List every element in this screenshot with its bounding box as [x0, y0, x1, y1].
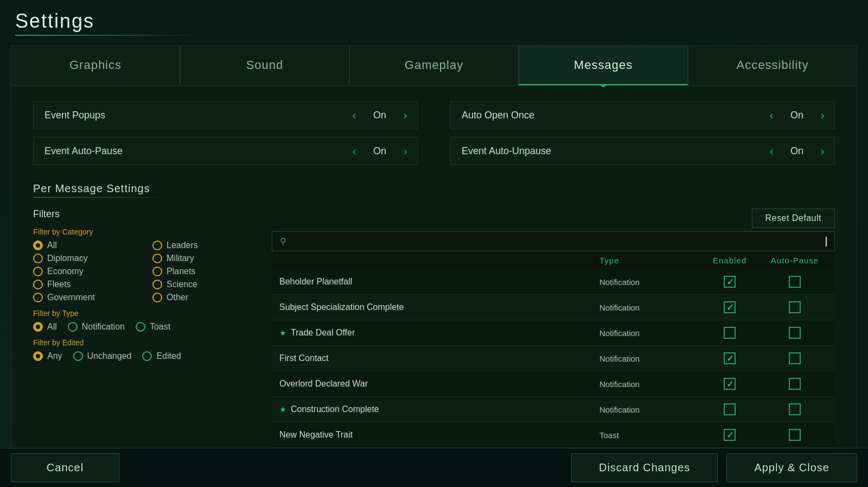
filter-cat-economy[interactable]: Economy	[33, 267, 142, 276]
row-enabled-checkbox-4[interactable]	[724, 378, 736, 390]
table-scroll: Beholder PlanetfallNotificationSubject S…	[272, 269, 835, 448]
filter-edited-any-label: Any	[47, 351, 62, 361]
auto-open-once-prev[interactable]: ‹	[760, 102, 783, 129]
row-autopause-cell-2	[762, 327, 827, 339]
row-autopause-checkbox-2[interactable]	[789, 327, 801, 339]
table-header: Type Enabled Auto-Pause	[272, 251, 835, 269]
row-enabled-checkbox-0[interactable]	[724, 276, 736, 288]
tab-graphics[interactable]: Graphics	[11, 46, 180, 85]
event-auto-unpause-label: Event Auto-Unpause	[451, 138, 760, 165]
tab-accessibility[interactable]: Accessibility	[688, 46, 857, 85]
search-input[interactable]	[291, 237, 825, 246]
tab-gameplay[interactable]: Gameplay	[349, 46, 519, 85]
auto-open-once-label: Auto Open Once	[451, 102, 760, 129]
filter-type-toast[interactable]: Toast	[136, 322, 170, 332]
filter-cat-planets-label: Planets	[167, 267, 195, 276]
filter-cat-military[interactable]: Military	[152, 254, 261, 263]
filter-cat-diplomacy[interactable]: Diplomacy	[33, 254, 142, 263]
controls-grid: Event Popups ‹ On › Auto Open Once ‹ On …	[33, 101, 835, 165]
row-type-2: Notification	[599, 328, 697, 338]
row-enabled-checkbox-3[interactable]	[724, 352, 736, 364]
filter-type-all[interactable]: All	[33, 322, 57, 332]
tab-sound[interactable]: Sound	[180, 46, 349, 85]
radio-cat-fleets	[33, 280, 43, 289]
row-enabled-checkbox-2[interactable]	[724, 327, 736, 339]
radio-type-notification	[68, 322, 78, 332]
radio-cat-diplomacy	[33, 254, 43, 263]
row-autopause-cell-4	[762, 378, 827, 390]
filter-by-type-label: Filter by Type	[33, 309, 261, 318]
table-row: First ContactNotification	[272, 346, 835, 371]
bottom-bar: Cancel Discard Changes Apply & Close	[0, 448, 868, 487]
filter-cat-diplomacy-label: Diplomacy	[47, 254, 88, 263]
apply-close-button[interactable]: Apply & Close	[726, 453, 857, 482]
filter-edited-unchanged[interactable]: Unchanged	[73, 351, 132, 361]
section-title: Per Message Settings	[33, 182, 835, 195]
row-autopause-checkbox-0[interactable]	[789, 276, 801, 288]
filter-cat-other[interactable]: Other	[152, 293, 261, 302]
th-enabled: Enabled	[697, 256, 762, 265]
filter-edited-edited[interactable]: Edited	[142, 351, 181, 361]
row-autopause-checkbox-1[interactable]	[789, 301, 801, 313]
row-enabled-checkbox-5[interactable]	[724, 403, 736, 415]
filter-cat-leaders[interactable]: Leaders	[152, 241, 261, 250]
radio-edited-edited	[142, 351, 152, 361]
row-enabled-cell-5	[697, 403, 762, 415]
row-autopause-checkbox-3[interactable]	[789, 352, 801, 364]
row-type-0: Notification	[599, 277, 697, 287]
th-name	[279, 256, 599, 265]
filter-edited-any[interactable]: Any	[33, 351, 62, 361]
filter-type-notification-label: Notification	[82, 322, 125, 332]
radio-cat-military	[152, 254, 162, 263]
reset-default-button[interactable]: Reset Default	[752, 208, 835, 228]
event-auto-unpause-next[interactable]: ›	[810, 137, 834, 165]
discard-changes-button[interactable]: Discard Changes	[571, 453, 718, 482]
row-enabled-checkbox-1[interactable]	[724, 301, 736, 313]
row-type-3: Notification	[599, 354, 697, 363]
control-event-auto-pause: Event Auto-Pause ‹ On ›	[33, 137, 418, 165]
row-type-1: Notification	[599, 303, 697, 312]
row-autopause-checkbox-5[interactable]	[789, 403, 801, 415]
row-enabled-cell-6	[697, 429, 762, 441]
radio-edited-any	[33, 351, 43, 361]
filter-cat-science[interactable]: Science	[152, 280, 261, 289]
filter-cat-planets[interactable]: Planets	[152, 267, 261, 276]
radio-type-toast	[136, 322, 145, 332]
row-autopause-checkbox-6[interactable]	[789, 429, 801, 441]
row-name-1: Subject Specialization Complete	[279, 302, 599, 312]
event-popups-prev[interactable]: ‹	[342, 102, 366, 129]
event-auto-unpause-prev[interactable]: ‹	[760, 137, 783, 165]
radio-edited-unchanged	[73, 351, 83, 361]
radio-type-all	[33, 322, 43, 332]
filter-type-notification[interactable]: Notification	[68, 322, 125, 332]
row-name-2: ★Trade Deal Offer	[279, 328, 599, 338]
event-auto-pause-next[interactable]: ›	[393, 137, 417, 165]
table-row: ★Construction CompleteNotification	[272, 397, 835, 422]
event-auto-pause-prev[interactable]: ‹	[342, 137, 366, 165]
radio-cat-leaders	[152, 241, 162, 250]
cancel-button[interactable]: Cancel	[11, 453, 119, 482]
tab-messages[interactable]: Messages	[519, 46, 688, 85]
search-cursor	[826, 237, 827, 246]
row-autopause-checkbox-4[interactable]	[789, 378, 801, 390]
filter-cat-all[interactable]: All	[33, 241, 142, 250]
filter-cat-government[interactable]: Government	[33, 293, 142, 302]
radio-cat-other	[152, 293, 162, 302]
filter-cat-fleets[interactable]: Fleets	[33, 280, 142, 289]
radio-inner-type-all	[36, 325, 40, 329]
row-type-4: Notification	[599, 380, 697, 389]
auto-open-once-next[interactable]: ›	[810, 102, 834, 129]
title-underline	[15, 35, 200, 36]
main-container: Settings Graphics Sound Gameplay Message…	[11, 0, 857, 464]
row-name-4: Overlord Declared War	[279, 379, 599, 389]
filter-category-options: All Leaders Diplomacy Military	[33, 241, 261, 302]
event-popups-next[interactable]: ›	[393, 102, 417, 129]
row-autopause-cell-6	[762, 429, 827, 441]
radio-cat-all	[33, 241, 43, 250]
control-event-auto-unpause: Event Auto-Unpause ‹ On ›	[450, 137, 835, 165]
row-enabled-checkbox-6[interactable]	[724, 429, 736, 441]
row-autopause-cell-1	[762, 301, 827, 313]
row-name-0: Beholder Planetfall	[279, 277, 599, 287]
radio-inner-edited-any	[36, 354, 40, 358]
filter-edited-unchanged-label: Unchanged	[87, 351, 132, 361]
